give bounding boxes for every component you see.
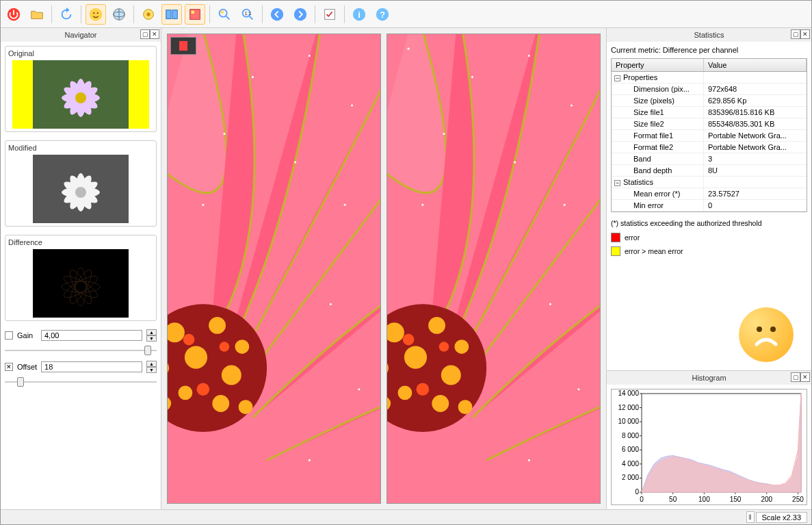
- stats-row[interactable]: Size (pixels)629.856 Kp: [612, 95, 807, 107]
- close-icon[interactable]: ✕: [800, 372, 810, 382]
- svg-point-75: [358, 388, 360, 390]
- gain-step-down[interactable]: ▼: [146, 335, 157, 342]
- dock-icon[interactable]: ▢: [140, 29, 150, 39]
- stats-row[interactable]: Format file2Portable Network Gra...: [612, 142, 807, 153]
- svg-point-72: [344, 204, 346, 206]
- highlight-button[interactable]: [185, 4, 205, 25]
- view-pane-left[interactable]: [167, 34, 381, 504]
- svg-text:50: 50: [669, 496, 677, 503]
- face-happy-button[interactable]: [86, 4, 106, 25]
- stats-group[interactable]: −Properties: [612, 72, 807, 84]
- stats-group[interactable]: −Statistics: [612, 177, 807, 188]
- stats-row[interactable]: Band3: [612, 153, 807, 165]
- zoom-home-button[interactable]: 1:1: [237, 4, 258, 25]
- svg-point-67: [252, 76, 254, 78]
- col-property[interactable]: Property: [612, 59, 704, 71]
- difference-group: Difference: [5, 235, 157, 321]
- target-button[interactable]: [138, 4, 159, 25]
- flower-image: [387, 34, 600, 503]
- stats-row[interactable]: Band depth8U: [612, 165, 807, 177]
- viewport-overlay[interactable]: [170, 37, 196, 55]
- svg-text:8 000: 8 000: [622, 432, 639, 439]
- nav-forward-button[interactable]: [290, 4, 311, 25]
- info-button[interactable]: i: [349, 4, 369, 25]
- svg-rect-44: [33, 249, 129, 318]
- svg-text:4 000: 4 000: [622, 460, 639, 468]
- svg-text:14 000: 14 000: [618, 389, 639, 397]
- col-value[interactable]: Value: [704, 59, 807, 71]
- svg-point-94: [528, 55, 530, 57]
- stats-row[interactable]: Size file2855348/835.301 KB: [612, 118, 807, 130]
- toolbar-separator: [81, 5, 81, 23]
- offset-step-up[interactable]: ▲: [146, 361, 157, 367]
- stats-row[interactable]: Min error0: [612, 200, 807, 212]
- status-bar: ⦀ Scale x2.33: [1, 509, 811, 524]
- navigator-header: Navigator ▢ ✕: [1, 28, 161, 42]
- svg-point-18: [294, 8, 306, 20]
- svg-rect-14: [221, 10, 224, 14]
- power-button[interactable]: [3, 4, 24, 25]
- original-thumbnail[interactable]: [8, 60, 153, 129]
- navigator-panel: Navigator ▢ ✕ Original: [1, 28, 161, 509]
- stats-row[interactable]: Dimension (pix...972x648: [612, 84, 807, 95]
- offset-label: Offset: [17, 363, 37, 371]
- svg-text:10 000: 10 000: [618, 418, 639, 425]
- offset-slider[interactable]: [5, 376, 157, 388]
- dock-icon[interactable]: ▢: [791, 29, 800, 39]
- dual-view-button[interactable]: [161, 4, 182, 25]
- svg-point-76: [309, 459, 311, 461]
- view-pane-right[interactable]: [387, 34, 601, 504]
- globe-button[interactable]: [109, 4, 129, 25]
- stats-table: Property Value −PropertiesDimension (pix…: [611, 58, 807, 212]
- toolbar-separator: [344, 5, 345, 23]
- gain-label: Gain: [17, 331, 37, 340]
- nav-back-button[interactable]: [267, 4, 287, 25]
- svg-point-96: [443, 133, 445, 135]
- svg-text:250: 250: [792, 496, 804, 503]
- gain-checkbox[interactable]: [5, 331, 13, 340]
- svg-text:i: i: [358, 9, 361, 19]
- open-button[interactable]: [27, 4, 47, 25]
- histogram-title: Histogram: [692, 374, 726, 382]
- main-toolbar: 1:1 i ?: [1, 1, 811, 28]
- toolbar-separator: [209, 5, 210, 23]
- svg-point-89: [403, 334, 415, 346]
- svg-point-100: [549, 303, 551, 305]
- svg-rect-1: [13, 10, 14, 14]
- difference-thumbnail[interactable]: [8, 249, 153, 318]
- close-icon[interactable]: ✕: [150, 29, 159, 39]
- statistics-header: Statistics ▢ ✕: [607, 28, 811, 42]
- toolbar-separator: [51, 5, 52, 23]
- offset-checkbox[interactable]: ✕: [5, 363, 13, 371]
- close-icon[interactable]: ✕: [800, 29, 810, 39]
- dock-icon[interactable]: ▢: [791, 372, 800, 382]
- validate-button[interactable]: [319, 4, 340, 25]
- right-panel: Statistics ▢ ✕ Current metric: Differenc…: [606, 28, 811, 509]
- svg-point-83: [404, 346, 427, 368]
- help-button[interactable]: ?: [372, 4, 393, 25]
- svg-point-65: [197, 383, 210, 396]
- original-group: Original: [5, 46, 157, 132]
- svg-text:150: 150: [730, 496, 742, 503]
- stats-row[interactable]: Mean error (*)23.57527: [612, 188, 807, 200]
- offset-input[interactable]: [41, 361, 142, 372]
- gain-slider[interactable]: [5, 344, 157, 357]
- viewer-area: [161, 28, 606, 509]
- zoom-region-button[interactable]: [214, 4, 235, 25]
- svg-point-84: [441, 365, 461, 385]
- gain-step-up[interactable]: ▲: [146, 329, 157, 335]
- legend-error: error: [625, 233, 640, 242]
- stats-rows[interactable]: −PropertiesDimension (pix...972x648Size …: [612, 72, 807, 212]
- gain-input[interactable]: [41, 330, 142, 341]
- histogram-header: Histogram ▢ ✕: [607, 371, 811, 385]
- svg-point-97: [514, 161, 516, 163]
- difference-label: Difference: [8, 238, 153, 246]
- offset-step-down[interactable]: ▼: [146, 367, 157, 373]
- svg-text:0: 0: [635, 488, 639, 496]
- modified-thumbnail[interactable]: [8, 155, 153, 223]
- svg-point-93: [471, 76, 473, 78]
- stats-row[interactable]: Format file1Portable Network Gra...: [612, 130, 807, 142]
- refresh-button[interactable]: [56, 4, 77, 25]
- stats-row[interactable]: Size file1835396/815.816 KB: [612, 107, 807, 118]
- histogram-canvas[interactable]: 14 00012 00010 0008 0006 0004 0002 00000…: [611, 389, 807, 505]
